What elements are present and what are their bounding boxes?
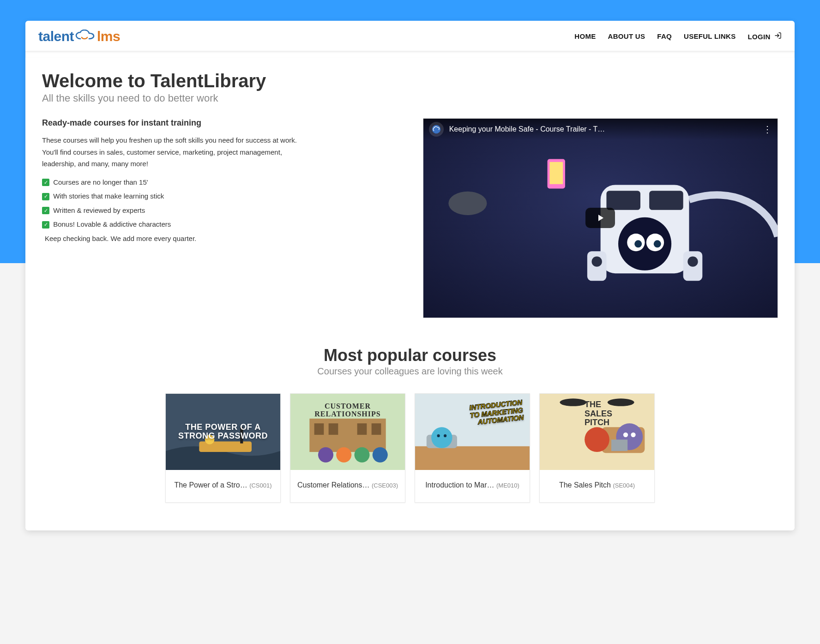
intro-description: These courses will help you freshen up t… (42, 134, 301, 170)
svg-point-44 (623, 432, 628, 437)
feature-item: ✓ With stories that make learning stick (42, 192, 404, 201)
popular-section: Most popular courses Courses your collea… (25, 327, 795, 530)
intro-text: Ready-made courses for instant training … (42, 118, 404, 242)
svg-point-35 (431, 427, 452, 448)
svg-point-2 (448, 192, 487, 215)
svg-point-36 (437, 434, 440, 437)
thumb-text: THESALESPITCH (582, 397, 612, 427)
channel-avatar-icon[interactable] (429, 122, 444, 137)
course-code: (SE004) (613, 482, 635, 489)
feature-item: ✓ Written & reviewed by experts (42, 206, 404, 215)
course-title: Customer Relations… (297, 481, 370, 489)
course-meta: The Sales Pitch (SE004) (540, 470, 654, 502)
brand-word-talent: talent (38, 29, 74, 44)
course-card[interactable]: THE POWER OF ASTRONG PASSWORD The Power … (165, 393, 281, 503)
course-code: (ME010) (496, 482, 519, 489)
course-card[interactable]: CUSTOMERRELATIONSHIPS Customer Relations… (290, 393, 405, 503)
thumb-text: CUSTOMERRELATIONSHIPS (314, 397, 380, 418)
svg-rect-46 (611, 439, 627, 451)
svg-point-31 (373, 447, 388, 462)
feature-item: ✓ Bonus! Lovable & addictive characters (42, 220, 404, 229)
nav-home[interactable]: HOME (574, 32, 596, 40)
check-icon: ✓ (42, 207, 49, 214)
video-player[interactable]: Keeping your Mobile Safe - Course Traile… (423, 118, 778, 318)
svg-rect-25 (329, 423, 338, 435)
course-meta: Introduction to Mar… (ME010) (415, 470, 530, 502)
course-grid: THE POWER OF ASTRONG PASSWORD The Power … (35, 393, 785, 503)
intro-heading: Ready-made courses for instant training (42, 118, 404, 128)
course-thumbnail: INTRODUCTIONTO MARKETINGAUTOMATION (415, 394, 530, 470)
nav-login[interactable]: LOGIN (748, 32, 782, 41)
app-frame: talent lms HOME ABOUT US FAQ USEFUL LINK… (25, 21, 795, 530)
login-label: LOGIN (748, 33, 771, 41)
course-card[interactable]: THESALESPITCH The Sales Pitch (SE004) (539, 393, 655, 503)
course-code: (CS001) (249, 482, 271, 489)
intro-note: Keep checking back. We add more every qu… (45, 235, 404, 242)
course-meta: Customer Relations… (CSE003) (290, 470, 405, 502)
intro-row: Ready-made courses for instant training … (25, 104, 795, 327)
svg-point-16 (687, 256, 698, 266)
nav-useful-links[interactable]: USEFUL LINKS (684, 32, 736, 40)
feature-list: ✓ Courses are no longer than 15' ✓ With … (42, 178, 404, 229)
feature-text: With stories that make learning stick (53, 192, 164, 200)
nav-faq[interactable]: FAQ (657, 32, 672, 40)
course-title: Introduction to Mar… (425, 481, 494, 489)
video-panel: Keeping your Mobile Safe - Course Traile… (423, 118, 778, 318)
nav-about-us[interactable]: ABOUT US (608, 32, 645, 40)
feature-item: ✓ Courses are no longer than 15' (42, 178, 404, 187)
top-bar: talent lms HOME ABOUT US FAQ USEFUL LINK… (25, 21, 795, 51)
page-title: Welcome to TalentLibrary (42, 71, 778, 91)
svg-point-37 (444, 434, 446, 437)
check-icon: ✓ (42, 179, 49, 186)
course-card[interactable]: INTRODUCTIONTO MARKETINGAUTOMATION Intro… (415, 393, 530, 503)
svg-point-11 (634, 240, 642, 247)
popular-title: Most popular courses (35, 346, 785, 365)
svg-point-28 (318, 447, 333, 462)
course-thumbnail: THE POWER OF ASTRONG PASSWORD (166, 394, 280, 470)
course-title: The Sales Pitch (559, 481, 611, 489)
svg-rect-4 (549, 162, 563, 184)
thumb-text: THE POWER OF ASTRONG PASSWORD (178, 423, 268, 441)
svg-rect-26 (357, 423, 367, 435)
login-icon (774, 32, 782, 39)
header-divider (25, 51, 795, 58)
video-topbar: Keeping your Mobile Safe - Course Traile… (423, 119, 778, 140)
svg-rect-7 (649, 191, 683, 210)
video-title: Keeping your Mobile Safe - Course Traile… (449, 125, 757, 133)
course-title: The Power of a Stro… (174, 481, 247, 489)
brand-logo[interactable]: talent lms (38, 28, 120, 44)
brand-word-lms: lms (97, 29, 120, 44)
svg-rect-6 (606, 191, 640, 210)
cloud-icon (75, 30, 96, 42)
course-thumbnail: CUSTOMERRELATIONSHIPS (290, 394, 405, 470)
svg-point-15 (591, 256, 602, 266)
main-nav: HOME ABOUT US FAQ USEFUL LINKS LOGIN (574, 32, 782, 41)
feature-text: Courses are no longer than 15' (53, 178, 148, 186)
course-code: (CSE003) (372, 482, 398, 489)
course-meta: The Power of a Stro… (CS001) (166, 470, 280, 502)
check-icon: ✓ (42, 221, 49, 229)
svg-point-45 (631, 432, 635, 437)
svg-point-30 (354, 447, 369, 462)
svg-rect-33 (415, 446, 530, 470)
svg-rect-24 (314, 423, 324, 435)
svg-point-42 (585, 427, 609, 452)
svg-point-12 (653, 240, 661, 247)
hero: Welcome to TalentLibrary All the skills … (25, 58, 795, 104)
popular-subtitle: Courses your colleagues are loving this … (35, 366, 785, 377)
feature-text: Written & reviewed by experts (53, 206, 145, 214)
play-button[interactable] (585, 208, 615, 228)
svg-point-29 (336, 447, 351, 462)
page-tagline: All the skills you need to do better wor… (42, 92, 778, 104)
svg-rect-27 (372, 423, 381, 435)
thumb-text: INTRODUCTIONTO MARKETINGAUTOMATION (469, 395, 527, 427)
check-icon: ✓ (42, 193, 49, 200)
feature-text: Bonus! Lovable & addictive characters (53, 220, 171, 228)
course-thumbnail: THESALESPITCH (540, 394, 654, 470)
